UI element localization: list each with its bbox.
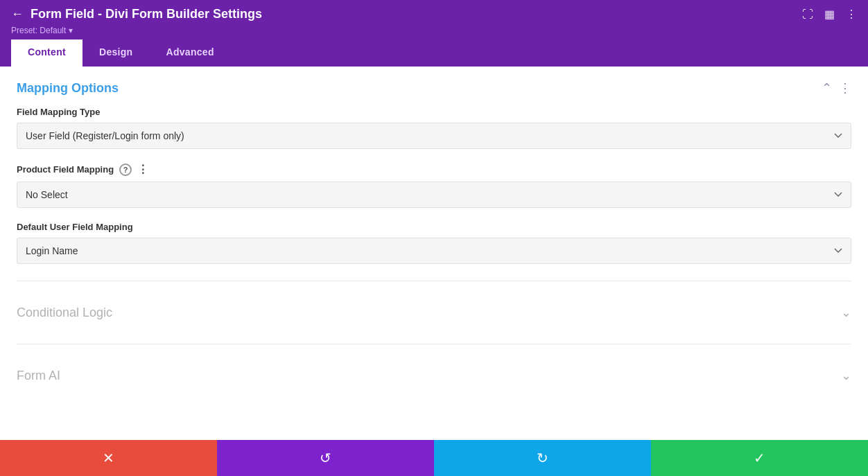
tab-design[interactable]: Design	[83, 39, 149, 67]
conditional-logic-title: Conditional Logic	[17, 306, 112, 320]
field-mapping-type-group: Field Mapping Type User Field (Register/…	[17, 107, 851, 149]
tab-content[interactable]: Content	[11, 39, 83, 67]
default-user-field-mapping-select[interactable]: Login Name Email Password	[17, 238, 851, 264]
header-top: ← Form Field - Divi Form Builder Setting…	[11, 7, 857, 21]
mapping-options-title: Mapping Options	[17, 81, 119, 96]
more-options-icon[interactable]: ⋮	[846, 8, 857, 21]
main-content: Mapping Options ⌃ ⋮ Field Mapping Type U…	[0, 67, 868, 430]
divider-2	[17, 344, 851, 344]
section-more-icon[interactable]: ⋮	[839, 80, 851, 96]
header-icons: ⛶ ▦ ⋮	[802, 8, 857, 21]
back-button[interactable]: ←	[11, 7, 24, 21]
conditional-logic-chevron[interactable]: ⌄	[841, 305, 851, 320]
form-ai-title: Form AI	[17, 369, 60, 383]
columns-icon[interactable]: ▦	[824, 8, 835, 21]
form-ai-section: Form AI ⌄	[17, 361, 851, 390]
redo-button[interactable]: ↻	[434, 440, 651, 476]
field-mapping-type-select[interactable]: User Field (Register/Login form only) Pr…	[17, 123, 851, 149]
tabs: Content Design Advanced	[11, 39, 857, 67]
cancel-button[interactable]: ✕	[0, 440, 217, 476]
collapse-icon[interactable]: ⌃	[822, 80, 832, 96]
mapping-options-header: Mapping Options ⌃ ⋮	[17, 80, 851, 96]
header-title-group: ← Form Field - Divi Form Builder Setting…	[11, 7, 262, 21]
field-mapping-type-label: Field Mapping Type	[17, 107, 851, 117]
page-title: Form Field - Divi Form Builder Settings	[31, 7, 262, 21]
tab-advanced[interactable]: Advanced	[149, 39, 230, 67]
product-field-help-icon[interactable]: ?	[119, 164, 132, 176]
preset-label[interactable]: Preset: Default ▾	[11, 26, 857, 35]
bottom-bar: ✕ ↺ ↻ ✓	[0, 440, 868, 476]
divider-1	[17, 281, 851, 281]
redo-icon: ↻	[537, 450, 548, 466]
default-user-field-mapping-label: Default User Field Mapping	[17, 222, 851, 232]
header: ← Form Field - Divi Form Builder Setting…	[0, 0, 868, 67]
default-user-field-mapping-group: Default User Field Mapping Login Name Em…	[17, 222, 851, 264]
product-field-mapping-label: Product Field Mapping ? ⋮	[17, 163, 851, 176]
form-ai-chevron[interactable]: ⌄	[841, 368, 851, 383]
cancel-icon: ✕	[103, 450, 114, 466]
product-field-menu-icon[interactable]: ⋮	[137, 163, 148, 176]
section-actions: ⌃ ⋮	[822, 80, 851, 96]
product-field-mapping-group: Product Field Mapping ? ⋮ No Select	[17, 163, 851, 208]
save-icon: ✓	[754, 450, 765, 466]
undo-button[interactable]: ↺	[217, 440, 434, 476]
undo-icon: ↺	[320, 450, 331, 466]
fullscreen-icon[interactable]: ⛶	[802, 8, 813, 21]
conditional-logic-section: Conditional Logic ⌄	[17, 298, 851, 327]
product-field-mapping-select[interactable]: No Select	[17, 182, 851, 208]
save-button[interactable]: ✓	[651, 440, 868, 476]
